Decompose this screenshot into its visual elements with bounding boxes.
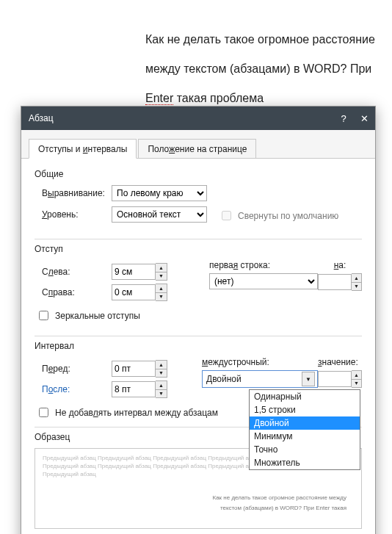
level-select[interactable]: Основной текст <box>112 206 207 223</box>
titlebar: Абзац ? ✕ <box>21 107 375 130</box>
tab-position[interactable]: Положение на странице <box>138 139 256 158</box>
option-one-half[interactable]: 1,5 строки <box>250 403 360 416</box>
dialog-title: Абзац <box>29 113 54 123</box>
paragraph-dialog: Абзац ? ✕ Отступы и интервалы Положение … <box>21 106 376 534</box>
after-label: После: <box>42 384 112 394</box>
after-spinner[interactable]: ▲▼ <box>156 380 167 398</box>
collapsed-label: Свернуты по умолчанию <box>238 211 338 221</box>
section-indent: Отступ <box>35 244 362 254</box>
before-label: Перед: <box>42 364 112 374</box>
close-icon[interactable]: ✕ <box>359 113 369 123</box>
linespacing-dropdown-list[interactable]: Одинарный 1,5 строки Двойной Минимум Точ… <box>249 389 360 470</box>
option-double[interactable]: Двойной <box>250 416 360 430</box>
before-spinner[interactable]: ▲▼ <box>156 360 167 378</box>
option-minimum[interactable]: Минимум <box>250 430 360 443</box>
option-single[interactable]: Одинарный <box>250 390 360 403</box>
linespacing-value-spinner[interactable]: ▲▼ <box>352 370 362 388</box>
alignment-select[interactable]: По левому краю <box>112 185 207 201</box>
tab-indents[interactable]: Отступы и интервалы <box>29 139 137 159</box>
tabstrip: Отступы и интервалы Положение на страниц… <box>21 130 375 159</box>
help-icon[interactable]: ? <box>338 113 349 123</box>
linespacing-label: междустрочный: <box>202 357 318 367</box>
no-add-interval-checkbox[interactable] <box>39 408 48 417</box>
indent-by-input[interactable] <box>318 274 352 290</box>
no-add-interval-label: Не добавлять интервал между абзацам <box>55 408 218 418</box>
indent-left-label: Слева: <box>42 267 112 277</box>
mirror-indents-label: Зеркальные отступы <box>55 311 140 321</box>
indent-right-spinner[interactable]: ▲▼ <box>156 284 167 301</box>
section-interval: Интервал <box>35 341 362 351</box>
chevron-down-icon[interactable]: ▼ <box>302 372 315 386</box>
indent-right-label: Справа: <box>42 287 112 297</box>
indent-by-label: на: <box>318 260 362 270</box>
section-general: Общие <box>35 169 362 179</box>
after-input[interactable] <box>112 381 156 397</box>
option-exact[interactable]: Точно <box>250 443 360 456</box>
indent-right-input[interactable] <box>112 284 156 300</box>
firstline-select[interactable]: (нет) <box>209 273 318 289</box>
indent-left-spinner[interactable]: ▲▼ <box>156 263 167 281</box>
option-multiple[interactable]: Множитель <box>250 456 360 469</box>
indent-left-input[interactable] <box>112 264 156 280</box>
preview-sample-text: Как не делать такое огромное расстояние … <box>43 493 354 513</box>
mirror-indents-checkbox[interactable] <box>39 311 48 320</box>
spell-error: Enter <box>145 92 173 105</box>
before-input[interactable] <box>112 361 156 377</box>
indent-by-spinner[interactable]: ▲▼ <box>352 273 362 291</box>
level-label: Уровень: <box>42 209 112 220</box>
linespacing-value-input[interactable] <box>318 371 352 387</box>
linespacing-select[interactable]: Двойной ▼ <box>202 370 318 388</box>
alignment-label: Выравнивание: <box>42 188 112 198</box>
collapsed-checkbox <box>222 211 231 220</box>
linespacing-value-label: значение: <box>318 357 362 367</box>
firstline-label: первая строка: <box>209 260 318 270</box>
